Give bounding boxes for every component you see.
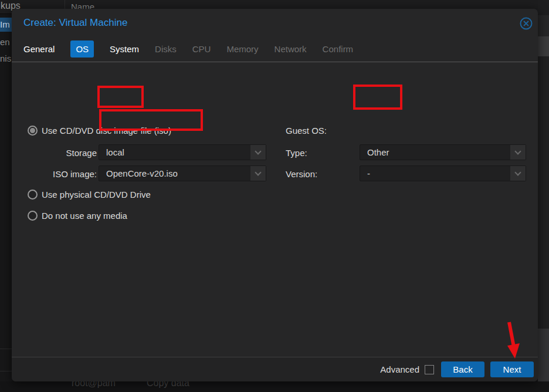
background-sidebar-row: nis <box>0 52 12 66</box>
type-value: Other <box>367 145 389 160</box>
guest-os-heading: Guest OS: <box>286 126 327 136</box>
background-sidebar <box>0 14 12 381</box>
tab-os[interactable]: OS <box>70 40 94 58</box>
tab-memory: Memory <box>226 44 258 54</box>
iso-image-combobox[interactable]: OpenCore-v20.iso <box>99 165 266 181</box>
radio-physical-drive-label[interactable]: Use physical CD/DVD Drive <box>42 190 151 200</box>
tab-cpu: CPU <box>192 44 211 54</box>
advanced-label: Advanced <box>380 364 419 374</box>
radio-no-media[interactable] <box>28 211 38 221</box>
background-sidebar-row: en <box>0 35 12 49</box>
type-combobox[interactable]: Other <box>360 144 526 160</box>
radio-no-media-label[interactable]: Do not use any media <box>42 211 127 221</box>
next-button[interactable]: Next <box>490 361 534 377</box>
storage-value: local <box>106 145 124 160</box>
row-divider <box>0 371 12 371</box>
wizard-tabs: General OS System Disks CPU Memory Netwo… <box>23 40 353 58</box>
version-value: - <box>367 166 370 181</box>
iso-image-label: ISO image: <box>28 169 97 179</box>
type-label: Type: <box>286 148 307 158</box>
tab-system[interactable]: System <box>110 44 139 54</box>
storage-combobox[interactable]: local <box>99 144 266 160</box>
background-right-strip <box>538 15 549 36</box>
dialog-title: Create: Virtual Machine <box>23 17 127 29</box>
iso-image-value: OpenCore-v20.iso <box>106 166 178 181</box>
background-toolbar-fragment <box>538 36 549 56</box>
create-vm-dialog: Create: Virtual Machine General OS Syste… <box>12 9 538 381</box>
tab-network: Network <box>274 44 307 54</box>
background-sidebar-selected-row: Im <box>0 18 12 32</box>
proxmox-screen: kups Name Im en nis root@pam Copy data C… <box>0 0 549 392</box>
close-icon[interactable] <box>520 17 533 30</box>
radio-use-iso[interactable] <box>28 126 38 136</box>
radio-physical-drive[interactable] <box>28 190 38 200</box>
background-panel-fragment <box>538 329 549 381</box>
background-right-strip <box>538 56 549 329</box>
radio-use-iso-label[interactable]: Use CD/DVD disc image file (iso) <box>42 126 171 136</box>
version-combobox[interactable]: - <box>360 165 526 181</box>
version-label: Version: <box>286 169 317 179</box>
back-button[interactable]: Back <box>441 361 484 377</box>
dialog-footer: Advanced Back Next <box>12 357 538 381</box>
os-tab-panel: Use CD/DVD disc image file (iso) Storage… <box>12 62 538 357</box>
background-right-strip <box>538 0 549 15</box>
row-divider <box>0 349 12 349</box>
tab-confirm: Confirm <box>323 44 354 54</box>
tab-disks: Disks <box>155 44 177 54</box>
advanced-checkbox[interactable] <box>425 365 434 374</box>
tab-general[interactable]: General <box>23 44 55 54</box>
storage-label: Storage <box>28 148 97 158</box>
